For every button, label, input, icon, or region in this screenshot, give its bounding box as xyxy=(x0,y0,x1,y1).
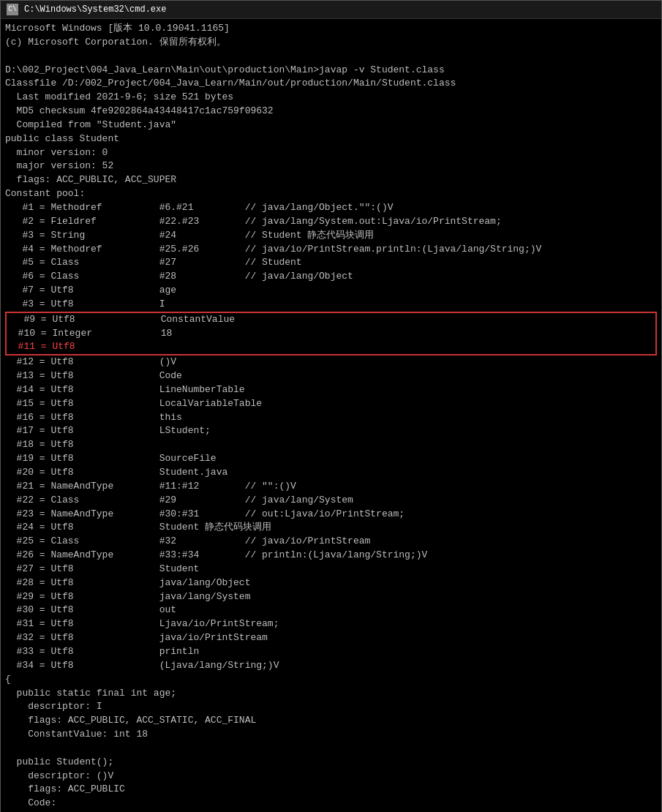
line-l13: Constant pool: xyxy=(5,188,85,199)
line-l14: #1 = Methodref #6.#21 // java/lang/Objec… xyxy=(5,202,394,213)
line-l52: ConstantValue: int 18 xyxy=(5,729,148,740)
cmd-icon: C\ xyxy=(7,4,18,15)
line-l45: #32 = Utf8 java/io/PrintStream xyxy=(5,632,268,643)
line-l27: #14 = Utf8 LineNumberTable xyxy=(5,384,245,395)
line-l9: public class Student xyxy=(5,133,119,144)
line-l31: #18 = Utf8 xyxy=(5,439,159,450)
line-l28: #15 = Utf8 LocalVariableTable xyxy=(5,398,262,409)
console-output: Microsoft Windows [版本 10.0.19041.1165] (… xyxy=(1,19,661,812)
line-l11: major version: 52 xyxy=(5,160,113,171)
line-l2: (c) Microsoft Corporation. 保留所有权利。 xyxy=(5,37,226,48)
line-l15: #2 = Fieldref #22.#23 // java/lang/Syste… xyxy=(5,216,502,227)
line-l12: flags: ACC_PUBLIC, ACC_SUPER xyxy=(5,174,176,185)
line-l44: #31 = Utf8 Ljava/io/PrintStream; xyxy=(5,618,279,629)
line-l42: #29 = Utf8 java/lang/System xyxy=(5,591,250,602)
line-l7: MD5 checksum 4fe9202864a43448417c1ac759f… xyxy=(5,105,274,116)
line-l21: #3 = Utf8 I xyxy=(5,298,165,309)
line-l1: Microsoft Windows [版本 10.0.19041.1165] xyxy=(5,23,230,34)
line-l26: #13 = Utf8 Code xyxy=(5,370,182,381)
line-l40: #27 = Utf8 Student xyxy=(5,563,199,574)
line-l35: #22 = Class #29 // java/lang/System xyxy=(5,495,353,505)
line-l24: #11 = Utf8 xyxy=(5,340,657,356)
title-bar-text: C:\Windows\System32\cmd.exe xyxy=(24,4,166,15)
cmd-window: C\ C:\Windows\System32\cmd.exe Microsoft… xyxy=(0,0,662,812)
line-l37: #24 = Utf8 Student 静态代码块调用 xyxy=(5,522,271,533)
line-l4: D:\002_Project\004_Java_Learn\Main\out\p… xyxy=(5,64,445,75)
line-l57: Code: xyxy=(5,797,56,808)
line-l8: Compiled from "Student.java" xyxy=(5,119,176,130)
line-l54: public Student(); xyxy=(5,756,113,767)
line-l56: flags: ACC_PUBLIC xyxy=(5,783,125,794)
line-l17: #4 = Methodref #25.#26 // java/io/PrintS… xyxy=(5,244,541,255)
line-l49: public static final int age; xyxy=(5,688,176,699)
line-l38: #25 = Class #32 // java/io/PrintStream xyxy=(5,535,370,546)
line-l32: #19 = Utf8 SourceFile xyxy=(5,453,217,464)
line-l48: { xyxy=(5,674,11,685)
line-l46: #33 = Utf8 println xyxy=(5,646,199,657)
line-l34: #21 = NameAndType #11:#12 // "":()V xyxy=(5,481,296,492)
line-l36: #23 = NameAndType #30:#31 // out:Ljava/i… xyxy=(5,508,405,519)
line-l33: #20 = Utf8 Student.java xyxy=(5,467,227,478)
line-l29: #16 = Utf8 this xyxy=(5,412,182,423)
line-l23: #10 = Integer 18 xyxy=(5,327,657,341)
line-l43: #30 = Utf8 out xyxy=(5,604,176,615)
line-l22: #9 = Utf8 ConstantValue xyxy=(5,312,657,327)
line-l16: #3 = String #24 // Student 静态代码块调用 xyxy=(5,230,374,241)
line-l39: #26 = NameAndType #33:#34 // println:(Lj… xyxy=(5,549,427,560)
line-l10: minor version: 0 xyxy=(5,147,108,158)
line-l55: descriptor: ()V xyxy=(5,770,113,781)
line-l30: #17 = Utf8 LStudent; xyxy=(5,425,211,436)
line-l25: #12 = Utf8 ()V xyxy=(5,356,176,367)
line-l20: #7 = Utf8 age xyxy=(5,285,176,296)
line-l50: descriptor: I xyxy=(5,701,102,712)
line-l19: #6 = Class #28 // java/lang/Object xyxy=(5,271,353,282)
line-l41: #28 = Utf8 java/lang/Object xyxy=(5,577,250,588)
title-bar: C\ C:\Windows\System32\cmd.exe xyxy=(1,1,661,19)
line-l5: Classfile /D:/002_Project/004_Java_Learn… xyxy=(5,78,456,89)
line-l51: flags: ACC_PUBLIC, ACC_STATIC, ACC_FINAL xyxy=(5,715,256,726)
line-l18: #5 = Class #27 // Student xyxy=(5,257,302,268)
line-l47: #34 = Utf8 (Ljava/lang/String;)V xyxy=(5,660,279,671)
line-l6: Last modified 2021-9-6; size 521 bytes xyxy=(5,91,233,102)
